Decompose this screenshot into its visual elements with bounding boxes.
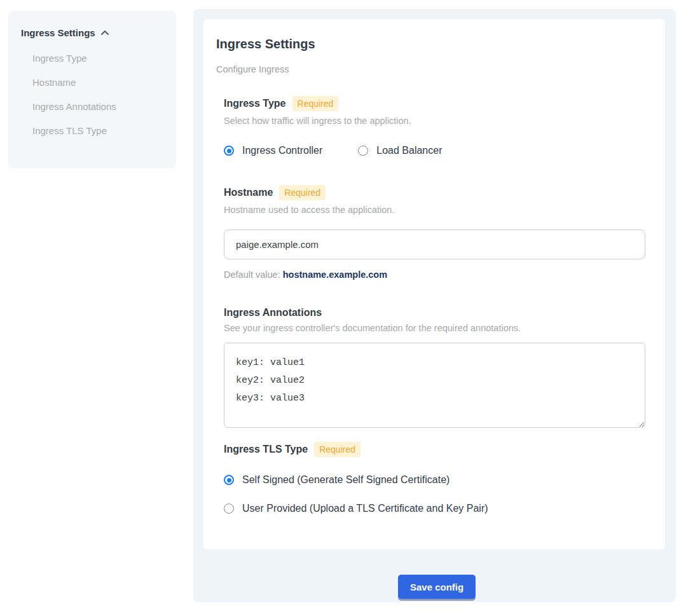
field-group-ingress-type: Ingress Type Required Select how traffic… bbox=[224, 96, 652, 156]
radio-user-provided[interactable]: User Provided (Upload a TLS Certificate … bbox=[224, 503, 652, 514]
hostname-default-line: Default value: hostname.example.com bbox=[224, 270, 652, 280]
field-group-ingress-tls-type: Ingress TLS Type Required Self Signed (G… bbox=[224, 442, 652, 514]
default-value-text: hostname.example.com bbox=[283, 270, 387, 280]
ingress-annotations-help: See your ingress controller's documentat… bbox=[224, 323, 652, 333]
ingress-type-radio-group: Ingress Controller Load Balancer bbox=[224, 145, 652, 156]
radio-label: Self Signed (Generate Self Signed Certif… bbox=[242, 474, 449, 486]
ingress-annotations-textarea[interactable]: key1: value1 key2: value2 key3: value3 bbox=[224, 343, 645, 428]
sidebar-item-ingress-tls-type[interactable]: Ingress TLS Type bbox=[21, 118, 163, 142]
radio-self-signed[interactable]: Self Signed (Generate Self Signed Certif… bbox=[224, 474, 652, 486]
default-value-label: Default value: bbox=[224, 270, 283, 280]
chevron-up-icon bbox=[100, 29, 109, 38]
sidebar-item-list: Ingress Type Hostname Ingress Annotation… bbox=[21, 46, 163, 142]
ingress-type-label: Ingress Type bbox=[224, 98, 286, 109]
radio-unselected-icon[interactable] bbox=[224, 503, 234, 514]
sidebar-item-ingress-type[interactable]: Ingress Type bbox=[21, 46, 163, 70]
page-title: Ingress Settings bbox=[216, 37, 652, 51]
hostname-label: Hostname bbox=[224, 187, 273, 198]
page-subtitle: Configure Ingress bbox=[216, 64, 652, 74]
save-config-button[interactable]: Save config bbox=[398, 575, 476, 599]
radio-ingress-controller[interactable]: Ingress Controller bbox=[224, 145, 322, 156]
sidebar-group-ingress-settings[interactable]: Ingress Settings bbox=[21, 27, 163, 38]
required-badge: Required bbox=[292, 96, 339, 111]
ingress-annotations-label: Ingress Annotations bbox=[224, 307, 322, 318]
required-badge: Required bbox=[314, 442, 360, 457]
hostname-help: Hostname used to access the application. bbox=[224, 205, 652, 215]
radio-label: User Provided (Upload a TLS Certificate … bbox=[242, 503, 488, 514]
radio-unselected-icon[interactable] bbox=[358, 146, 368, 156]
radio-label: Ingress Controller bbox=[242, 145, 322, 156]
radio-selected-icon[interactable] bbox=[224, 475, 234, 485]
config-panel: Ingress Settings Configure Ingress Ingre… bbox=[193, 9, 676, 602]
sidebar-group-label: Ingress Settings bbox=[21, 27, 95, 38]
field-group-hostname: Hostname Required Hostname used to acces… bbox=[224, 185, 652, 280]
sidebar-item-ingress-annotations[interactable]: Ingress Annotations bbox=[21, 94, 163, 118]
required-badge: Required bbox=[279, 185, 326, 200]
radio-label: Load Balancer bbox=[376, 145, 442, 156]
ingress-tls-type-label: Ingress TLS Type bbox=[224, 444, 308, 455]
hostname-input[interactable] bbox=[224, 229, 645, 259]
sidebar-item-hostname[interactable]: Hostname bbox=[21, 70, 163, 94]
ingress-type-help: Select how traffic will ingress to the a… bbox=[224, 116, 652, 126]
field-group-ingress-annotations: Ingress Annotations See your ingress con… bbox=[224, 307, 652, 428]
radio-load-balancer[interactable]: Load Balancer bbox=[358, 145, 442, 156]
config-card: Ingress Settings Configure Ingress Ingre… bbox=[203, 19, 665, 549]
config-nav-sidebar: Ingress Settings Ingress Type Hostname I… bbox=[8, 11, 176, 168]
radio-selected-icon[interactable] bbox=[224, 146, 234, 156]
